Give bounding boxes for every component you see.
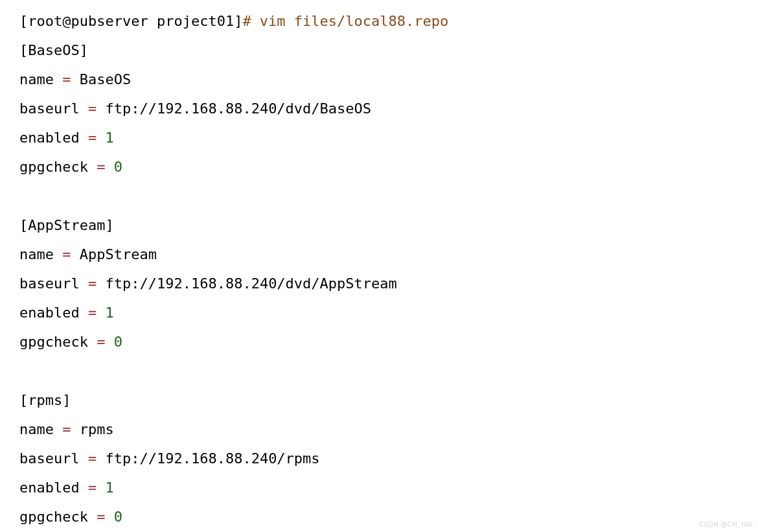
repo-key-baseurl: baseurl <box>19 275 80 292</box>
repo-value-baseurl: ftp://192.168.88.240/rpms <box>105 450 319 467</box>
repo-key-baseurl: baseurl <box>19 100 80 117</box>
repo-key-enabled: enabled <box>19 480 80 496</box>
equals-sign: = <box>80 450 106 467</box>
repo-value-baseurl: ftp://192.168.88.240/dvd/AppStream <box>105 275 396 292</box>
repo-value-gpgcheck: 0 <box>114 159 122 175</box>
repo-value-baseurl: ftp://192.168.88.240/dvd/BaseOS <box>105 100 371 117</box>
equals-sign: = <box>80 275 106 292</box>
terminal-output: [root@pubserver project01]# vim files/lo… <box>0 0 758 532</box>
repo-section-header: [BaseOS] <box>19 42 88 58</box>
repo-key-enabled: enabled <box>19 130 80 146</box>
repo-value-name: AppStream <box>80 246 157 262</box>
repo-value-enabled: 1 <box>105 480 113 496</box>
prompt-hash: # <box>242 13 251 29</box>
equals-sign: = <box>80 130 106 146</box>
repo-key-name: name <box>19 71 54 87</box>
repo-section-header: [AppStream] <box>19 217 114 233</box>
shell-command[interactable]: vim files/local88.repo <box>251 13 449 29</box>
equals-sign: = <box>88 509 114 525</box>
equals-sign: = <box>80 100 106 117</box>
repo-value-enabled: 1 <box>105 130 113 146</box>
repo-section-header: [rpms] <box>19 392 71 408</box>
repo-key-name: name <box>19 246 54 262</box>
repo-value-gpgcheck: 0 <box>114 509 122 525</box>
shell-prompt: [root@pubserver project01] <box>19 13 242 29</box>
repo-key-name: name <box>19 421 54 437</box>
equals-sign: = <box>80 305 106 321</box>
repo-key-enabled: enabled <box>19 305 80 321</box>
equals-sign: = <box>80 480 106 496</box>
repo-value-gpgcheck: 0 <box>114 334 122 350</box>
repo-value-enabled: 1 <box>105 305 113 321</box>
repo-value-name: rpms <box>80 421 114 437</box>
repo-key-baseurl: baseurl <box>19 450 80 467</box>
repo-key-gpgcheck: gpgcheck <box>19 159 88 175</box>
equals-sign: = <box>54 246 80 262</box>
repo-value-name: BaseOS <box>80 71 131 87</box>
repo-key-gpgcheck: gpgcheck <box>19 334 88 350</box>
repo-key-gpgcheck: gpgcheck <box>19 509 88 525</box>
watermark-text: CSDN @CN_HW <box>699 521 753 528</box>
equals-sign: = <box>88 159 114 175</box>
equals-sign: = <box>54 421 80 437</box>
equals-sign: = <box>54 71 80 87</box>
equals-sign: = <box>88 334 114 350</box>
